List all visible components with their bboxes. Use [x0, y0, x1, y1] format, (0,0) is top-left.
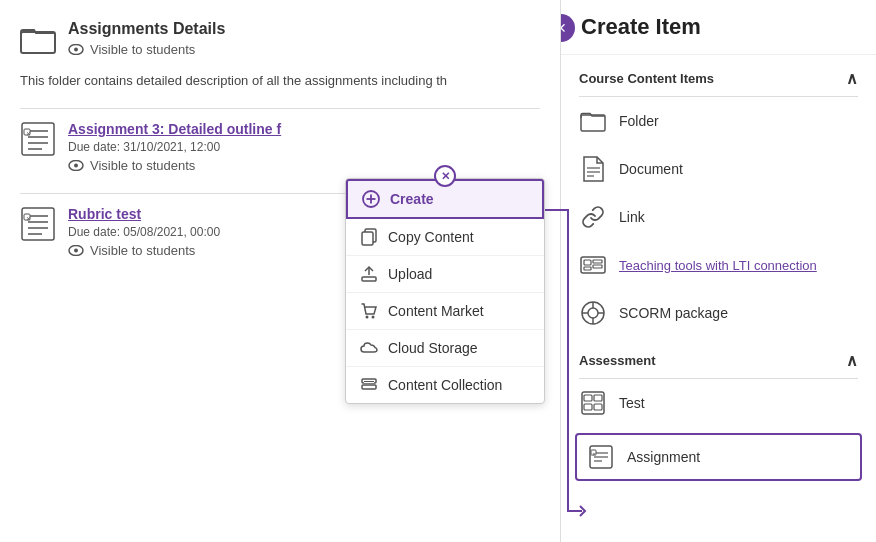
right-panel: ✕ Create Item Course Content Items ∧ Fol… [560, 0, 876, 542]
collection-icon [360, 376, 378, 394]
dropdown-item-copy[interactable]: Copy Content [346, 219, 544, 256]
assignment-1-vis-label: Visible to students [90, 158, 195, 173]
assignment-2-info: Rubric test Due date: 05/08/2021, 00:00 … [68, 206, 220, 258]
svg-rect-53 [594, 404, 602, 410]
svg-rect-12 [22, 208, 54, 240]
copy-icon [360, 228, 378, 246]
dropdown-item-collection[interactable]: Content Collection [346, 367, 544, 403]
eye-icon [68, 44, 84, 55]
assessment-label: Assessment [579, 353, 656, 368]
svg-rect-34 [581, 115, 605, 131]
document-si-icon [579, 155, 607, 183]
scorm-si-icon [579, 299, 607, 327]
assignment-si-icon: ✕ [587, 443, 615, 471]
svg-rect-26 [362, 277, 376, 281]
sidebar-item-lti[interactable]: Teaching tools with LTI connection [561, 241, 876, 289]
sidebar-item-folder[interactable]: Folder [561, 97, 876, 145]
dropdown-upload-label: Upload [388, 266, 432, 282]
right-panel-header: Create Item [561, 0, 876, 55]
assignment-item-1: ✕ Assignment 3: Detailed outline f Due d… [20, 121, 540, 173]
cloud-icon [360, 339, 378, 357]
assignment-2-visibility: Visible to students [68, 243, 220, 258]
svg-point-44 [588, 308, 598, 318]
right-panel-title: Create Item [581, 14, 701, 40]
dropdown-item-upload[interactable]: Upload [346, 256, 544, 293]
sidebar-folder-label: Folder [619, 113, 659, 129]
svg-rect-40 [584, 267, 591, 270]
svg-point-28 [366, 316, 369, 319]
folder-si-icon [579, 107, 607, 135]
test-si-icon [579, 389, 607, 417]
folder-item: Assignments Details Visible to students [20, 20, 540, 57]
assignment-1-due: Due date: 31/10/2021, 12:00 [68, 140, 281, 154]
assignment-1-info: Assignment 3: Detailed outline f Due dat… [68, 121, 281, 173]
assessment-collapse-icon[interactable]: ∧ [846, 351, 858, 370]
svg-rect-52 [584, 404, 592, 410]
sidebar-lti-link[interactable]: Teaching tools with LTI connection [619, 258, 817, 273]
svg-rect-0 [21, 32, 55, 53]
svg-point-20 [74, 249, 78, 253]
course-content-header: Course Content Items ∧ [561, 55, 876, 96]
folder-visibility: Visible to students [68, 42, 225, 57]
svg-text:✕: ✕ [592, 451, 596, 457]
dropdown-item-cloud[interactable]: Cloud Storage [346, 330, 544, 367]
svg-rect-50 [584, 395, 592, 401]
divider-1 [20, 108, 540, 109]
svg-text:✕: ✕ [26, 131, 31, 137]
dropdown-item-content-market[interactable]: Content Market [346, 293, 544, 330]
assignment-icon-2: ✕ [20, 206, 56, 242]
folder-info: Assignments Details Visible to students [68, 20, 225, 57]
sidebar-item-scorm[interactable]: SCORM package [561, 289, 876, 337]
sidebar-test-label: Test [619, 395, 645, 411]
assessment-section: Assessment ∧ Test [561, 337, 876, 481]
folder-title: Assignments Details [68, 20, 225, 38]
assignment-2-due: Due date: 05/08/2021, 00:00 [68, 225, 220, 239]
folder-description: This folder contains detailed descriptio… [20, 73, 540, 88]
dropdown-close-button[interactable]: ✕ [434, 165, 456, 187]
shopping-cart-icon [360, 302, 378, 320]
folder-icon [20, 24, 56, 54]
svg-point-11 [74, 164, 78, 168]
dropdown-create-label: Create [390, 191, 434, 207]
plus-circle-icon [362, 190, 380, 208]
sidebar-item-document[interactable]: Document [561, 145, 876, 193]
assignment-2-title[interactable]: Rubric test [68, 206, 220, 222]
folder-visibility-label: Visible to students [90, 42, 195, 57]
sidebar-scorm-label: SCORM package [619, 305, 728, 321]
dropdown-market-label: Content Market [388, 303, 484, 319]
sidebar-document-label: Document [619, 161, 683, 177]
assignment-icon-1: ✕ [20, 121, 56, 157]
assignment-2-vis-label: Visible to students [90, 243, 195, 258]
upload-icon [360, 265, 378, 283]
assessment-header: Assessment ∧ [561, 337, 876, 378]
svg-text:✕: ✕ [26, 216, 31, 222]
svg-rect-39 [584, 260, 591, 265]
svg-point-2 [74, 48, 78, 52]
assignment-1-title[interactable]: Assignment 3: Detailed outline f [68, 121, 281, 137]
lti-si-icon [579, 251, 607, 279]
svg-rect-31 [362, 385, 376, 389]
sidebar-item-test[interactable]: Test [561, 379, 876, 427]
course-content-collapse-icon[interactable]: ∧ [846, 69, 858, 88]
svg-rect-25 [362, 232, 373, 245]
svg-rect-42 [593, 265, 602, 268]
dropdown-cloud-label: Cloud Storage [388, 340, 478, 356]
svg-rect-51 [594, 395, 602, 401]
svg-rect-3 [22, 123, 54, 155]
sidebar-item-assignment[interactable]: ✕ Assignment [575, 433, 862, 481]
course-content-section: Course Content Items ∧ Folder [561, 55, 876, 337]
sidebar-item-link[interactable]: Link [561, 193, 876, 241]
dropdown-collection-label: Content Collection [388, 377, 502, 393]
eye-icon-2 [68, 160, 84, 171]
link-si-icon [579, 203, 607, 231]
eye-icon-3 [68, 245, 84, 256]
sidebar-assignment-label: Assignment [627, 449, 700, 465]
dropdown-copy-label: Copy Content [388, 229, 474, 245]
dropdown-menu: ✕ Create Copy Content Uplo [345, 178, 545, 404]
svg-point-29 [372, 316, 375, 319]
svg-rect-41 [593, 260, 602, 263]
course-content-label: Course Content Items [579, 71, 714, 86]
sidebar-link-label: Link [619, 209, 645, 225]
assignment-1-visibility: Visible to students [68, 158, 281, 173]
